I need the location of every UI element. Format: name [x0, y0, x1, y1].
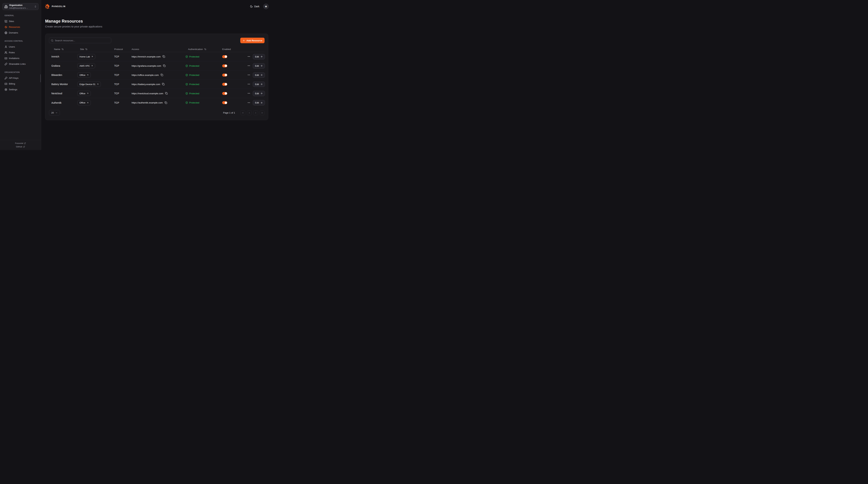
table-row: Battery Monitor Edge Device 01 TCP https…	[49, 80, 265, 89]
chevron-down-icon	[55, 112, 58, 114]
sidebar-item-label: Billing	[9, 83, 15, 85]
site-link-button[interactable]: Home Lab	[78, 54, 95, 59]
globe-icon	[4, 31, 7, 34]
sidebar-item-resources[interactable]: Resources	[4, 24, 39, 30]
shield-check-icon	[185, 65, 188, 67]
edit-button[interactable]: Edit	[253, 82, 265, 87]
avatar[interactable]: M	[263, 4, 269, 9]
copy-url-button[interactable]	[164, 101, 167, 104]
copy-icon	[165, 92, 168, 95]
theme-toggle-button[interactable]: Dark	[250, 5, 259, 8]
sidebar-item-label: Domains	[9, 31, 18, 34]
sort-icon	[61, 48, 64, 50]
enabled-toggle[interactable]	[222, 55, 227, 58]
waypoints-icon	[4, 26, 7, 28]
enabled-toggle[interactable]	[222, 92, 227, 95]
column-header-site[interactable]: Site	[75, 48, 112, 51]
pangolin-logo-icon	[45, 4, 50, 9]
row-menu-button[interactable]	[247, 64, 250, 67]
sort-icon	[85, 48, 88, 50]
sidebar-item-settings[interactable]: Settings	[4, 87, 39, 92]
sidebar-item-users[interactable]: Users	[4, 44, 39, 50]
row-menu-button[interactable]	[247, 92, 250, 95]
resource-protocol: TCP	[112, 64, 129, 67]
sidebar-item-shareable-links[interactable]: Shareable Links	[4, 61, 39, 67]
shield-check-icon	[185, 101, 188, 104]
arrow-up-right-icon	[97, 83, 99, 85]
copy-url-button[interactable]	[162, 55, 165, 58]
arrow-right-icon	[260, 65, 262, 67]
sidebar-item-api-keys[interactable]: API Keys	[4, 75, 39, 81]
add-resource-button[interactable]: Add Resource	[240, 38, 265, 43]
enabled-toggle[interactable]	[222, 101, 227, 104]
plus-icon	[243, 39, 245, 42]
enabled-toggle[interactable]	[222, 83, 227, 86]
row-menu-button[interactable]	[247, 83, 250, 86]
edit-button[interactable]: Edit	[253, 54, 265, 59]
resource-name: Battery Monitor	[49, 83, 75, 86]
previous-page-button[interactable]	[247, 111, 252, 115]
arrow-right-icon	[260, 83, 262, 85]
shield-check-icon	[185, 92, 188, 95]
resource-protocol: TCP	[112, 83, 129, 86]
shield-check-icon	[185, 83, 188, 86]
arrow-right-icon	[260, 74, 262, 76]
edit-button[interactable]: Edit	[253, 91, 265, 96]
sidebar-scrollbar-thumb[interactable]	[40, 74, 41, 82]
copy-url-button[interactable]	[161, 73, 163, 77]
site-link-button[interactable]: Edge Device 01	[78, 82, 101, 87]
enabled-toggle[interactable]	[222, 64, 227, 67]
copy-url-button[interactable]	[162, 83, 165, 86]
footer-link-fossorial[interactable]: Fossorial	[15, 142, 26, 144]
first-page-button[interactable]	[241, 111, 245, 115]
toggle-knob	[225, 92, 227, 95]
edit-button[interactable]: Edit	[253, 63, 265, 68]
search-input[interactable]	[55, 39, 110, 42]
edit-button[interactable]: Edit	[253, 72, 265, 78]
sidebar-footer: Fossorial GitHub	[0, 140, 41, 150]
building-icon	[4, 5, 8, 8]
copy-url-button[interactable]	[165, 92, 168, 95]
add-resource-label: Add Resource	[246, 39, 262, 42]
column-header-authentication[interactable]: Authentication	[183, 48, 220, 51]
external-link-icon	[23, 146, 25, 148]
row-menu-button[interactable]	[247, 55, 250, 58]
sidebar-item-label: Settings	[9, 88, 18, 91]
org-selector[interactable]: Organization milo@fossorial.io's ...	[2, 3, 38, 10]
toggle-knob	[225, 74, 227, 76]
org-selector-value: milo@fossorial.io's ...	[9, 7, 33, 9]
resource-protocol: TCP	[112, 101, 129, 104]
row-menu-button[interactable]	[247, 101, 250, 104]
sidebar-item-billing[interactable]: Billing	[4, 81, 39, 87]
copy-icon	[162, 55, 165, 58]
site-link-button[interactable]: Office	[78, 91, 91, 96]
next-page-button[interactable]	[253, 111, 258, 115]
column-header-access: Access	[129, 48, 183, 51]
sidebar-item-roles[interactable]: Roles	[4, 50, 39, 55]
footer-link-label: Fossorial	[15, 142, 23, 144]
shield-check-icon	[185, 74, 188, 77]
shield-check-icon	[185, 55, 188, 58]
page-size-select[interactable]: 20	[49, 110, 60, 116]
arrow-up-right-icon	[91, 56, 93, 58]
copy-url-button[interactable]	[163, 64, 166, 67]
arrow-up-right-icon	[87, 92, 89, 94]
link-icon	[4, 63, 7, 65]
resource-url: https://authentik.example.com	[132, 101, 163, 104]
sidebar-item-sites[interactable]: Sites	[4, 19, 39, 24]
site-link-button[interactable]: Office	[78, 72, 91, 78]
arrow-up-right-icon	[87, 102, 89, 104]
last-page-button[interactable]	[260, 111, 265, 115]
row-menu-button[interactable]	[247, 73, 250, 77]
enabled-toggle[interactable]	[222, 73, 227, 77]
sidebar-item-invitations[interactable]: Invitations	[4, 55, 39, 61]
table-row: Immich Home Lab TCP https://immich.examp…	[49, 52, 265, 61]
theme-toggle-label: Dark	[254, 5, 259, 8]
footer-link-github[interactable]: GitHub	[16, 146, 25, 148]
sidebar-item-domains[interactable]: Domains	[4, 30, 39, 36]
column-header-name[interactable]: Name	[49, 48, 75, 51]
edit-button[interactable]: Edit	[253, 100, 265, 105]
site-link-button[interactable]: AWS VPC	[78, 63, 95, 68]
search-icon	[51, 39, 54, 42]
site-link-button[interactable]: Office	[78, 100, 91, 105]
